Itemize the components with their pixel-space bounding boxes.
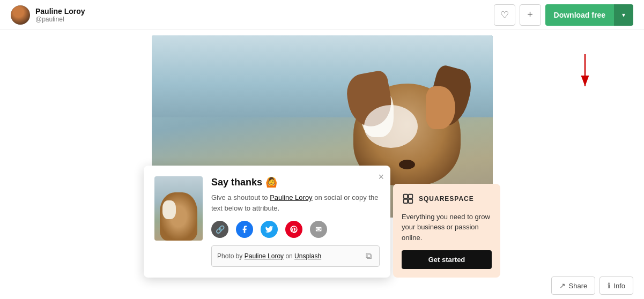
popup-description: Give a shoutout to Pauline Loroy on soci…	[211, 192, 380, 213]
user-text: Pauline Loroy @paulinel	[35, 7, 85, 23]
download-chevron-button[interactable]: ▾	[614, 4, 633, 26]
squarespace-brand: SQUARESPACE	[402, 192, 492, 205]
attribution-prefix: Photo by	[217, 252, 245, 260]
svg-rect-4	[404, 199, 408, 203]
share-icon: ↗	[559, 281, 566, 290]
header: Pauline Loroy @paulinel ♡ + Download fre…	[0, 0, 644, 30]
social-icons: 🔗 ✉	[211, 221, 380, 238]
copy-link-icon[interactable]: 🔗	[211, 221, 228, 238]
popup-emoji: 🙆	[265, 176, 277, 188]
copy-attribution-icon[interactable]: ⧉	[364, 250, 374, 262]
dog-nose	[399, 160, 415, 169]
svg-rect-5	[409, 199, 412, 203]
info-icon: ℹ	[608, 281, 610, 290]
email-icon[interactable]: ✉	[310, 221, 327, 238]
info-button[interactable]: ℹ Info	[599, 276, 633, 295]
popup-content: Say thanks 🙆 Give a shoutout to Pauline …	[211, 176, 380, 267]
twitter-icon[interactable]	[261, 221, 278, 238]
share-button[interactable]: ↗ Share	[551, 276, 596, 295]
attribution-box: Photo by Pauline Loroy on Unsplash ⧉	[211, 245, 380, 267]
info-label: Info	[613, 282, 625, 290]
attribution-platform[interactable]: Unsplash	[294, 252, 321, 260]
avatar[interactable]	[11, 5, 30, 25]
user-name: Pauline Loroy	[35, 7, 85, 16]
svg-rect-3	[409, 194, 412, 198]
popup-title: Say thanks 🙆	[211, 176, 380, 188]
squarespace-name: SQUARESPACE	[419, 195, 474, 203]
squarespace-cta-button[interactable]: Get started	[402, 250, 492, 269]
download-btn-group: Download free ▾	[545, 4, 633, 26]
attribution-middle: on	[284, 252, 294, 260]
dog-fur-white	[364, 105, 418, 148]
red-arrow	[542, 51, 596, 94]
like-button[interactable]: ♡	[494, 4, 515, 26]
popup-author-link[interactable]: Pauline Loroy	[270, 193, 313, 201]
say-thanks-popup: × Say thanks 🙆 Give a shoutout to Paulin…	[144, 166, 390, 278]
add-button[interactable]: +	[520, 4, 541, 26]
attribution-author[interactable]: Pauline Loroy	[245, 252, 284, 260]
squarespace-ad: SQUARESPACE Everything you need to grow …	[393, 184, 500, 278]
popup-thumbnail	[154, 176, 203, 241]
user-info: Pauline Loroy @paulinel	[11, 5, 85, 25]
pinterest-icon[interactable]	[285, 221, 302, 238]
popup-desc-before: Give a shoutout to	[211, 193, 270, 201]
squarespace-logo-icon	[402, 192, 414, 205]
bottom-bar: ↗ Share ℹ Info	[551, 276, 633, 299]
attribution-text: Photo by Pauline Loroy on Unsplash	[217, 252, 364, 260]
chevron-down-icon: ▾	[622, 11, 625, 19]
dog-ear-right	[424, 64, 475, 130]
popup-title-text: Say thanks	[211, 177, 262, 188]
share-label: Share	[569, 282, 588, 290]
header-actions: ♡ + Download free ▾	[494, 4, 633, 26]
facebook-icon[interactable]	[236, 221, 253, 238]
squarespace-description: Everything you need to grow your busines…	[402, 212, 492, 243]
popup-thumb-dog	[160, 192, 197, 241]
download-free-button[interactable]: Download free	[545, 4, 614, 26]
user-handle: @paulinel	[35, 16, 85, 23]
popup-close-button[interactable]: ×	[378, 172, 384, 182]
main-content: × Say thanks 🙆 Give a shoutout to Paulin…	[0, 30, 644, 299]
svg-rect-2	[404, 194, 408, 198]
